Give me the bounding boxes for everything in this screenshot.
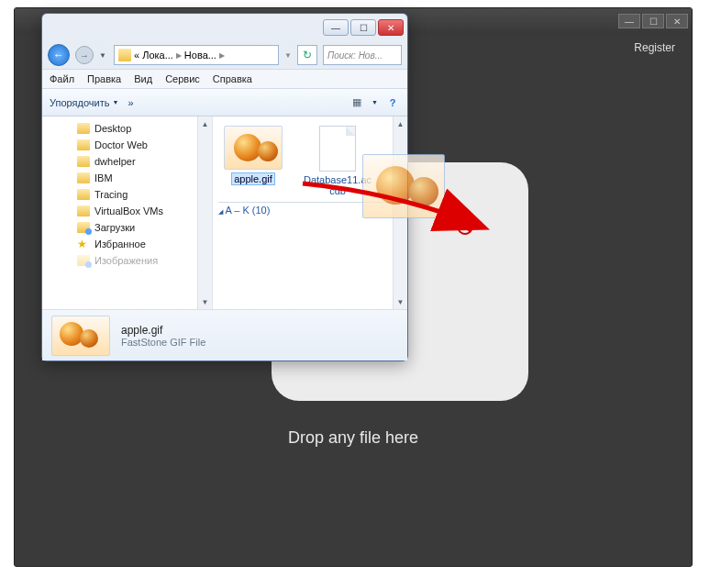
toolbar: Упорядочить ▼ » ▦ ▼ ? (42, 89, 407, 116)
views-dropdown[interactable]: ▼ (372, 99, 378, 105)
tree-label: Doctor Web (94, 139, 148, 150)
chevron-right-icon[interactable]: ▶ (219, 51, 225, 60)
tree-item[interactable]: ★Избранное (44, 236, 210, 252)
tree-item[interactable]: dwhelper (44, 153, 210, 170)
details-pane: apple.gif FastStone GIF File (42, 309, 407, 361)
document-icon (319, 126, 356, 172)
tree-label: VirtualBox VMs (94, 205, 163, 216)
tree-label: dwhelper (94, 156, 136, 167)
drag-ghost (358, 154, 449, 226)
tree-item[interactable]: VirtualBox VMs (44, 203, 210, 219)
tree-label: Изображения (94, 255, 158, 266)
menu-file[interactable]: Файл (50, 73, 74, 84)
breadcrumb-segment[interactable]: Нова... (184, 50, 216, 61)
address-dropdown[interactable]: ▼ (284, 51, 292, 60)
file-item-apple[interactable]: apple.gif (218, 126, 288, 196)
menu-service[interactable]: Сервис (165, 73, 200, 84)
refresh-button[interactable]: ↻ (297, 45, 317, 65)
file-label: apple.gif (231, 172, 275, 185)
tree-item[interactable]: Doctor Web (44, 137, 210, 153)
details-thumbnail (51, 316, 110, 356)
help-button[interactable]: ? (385, 95, 400, 110)
scroll-down-icon[interactable]: ▼ (198, 294, 212, 309)
bg-maximize-button[interactable]: ☐ (642, 14, 664, 28)
star-icon: ★ (77, 238, 90, 250)
folder-icon (77, 205, 90, 216)
tree-label: Избранное (94, 239, 146, 250)
nav-forward-button[interactable]: → (75, 46, 94, 64)
menu-edit[interactable]: Правка (87, 73, 121, 84)
tree-label: Desktop (94, 123, 131, 134)
organize-button[interactable]: Упорядочить ▼ (50, 97, 118, 108)
explorer-maximize-button[interactable]: ☐ (350, 19, 376, 36)
collapse-icon: ◢ (218, 208, 223, 215)
image-thumbnail (224, 126, 283, 170)
tree-item[interactable]: Desktop (44, 120, 210, 137)
menu-view[interactable]: Вид (134, 73, 152, 84)
nav-back-button[interactable]: ← (48, 44, 70, 66)
address-bar-row: ← → ▼ « Лока... ▶ Нова... ▶ ▼ ↻ Поиск: Н… (42, 41, 407, 69)
scroll-up-icon[interactable]: ▲ (394, 116, 407, 131)
menu-bar: Файл Правка Вид Сервис Справка (42, 69, 407, 89)
drop-zone-label: Drop any file here (15, 428, 692, 448)
tree-label: Tracing (94, 189, 128, 200)
chevron-right-icon[interactable]: ▶ (176, 51, 182, 60)
folder-tree[interactable]: Desktop Doctor Web dwhelper IBM Tracing … (42, 116, 213, 309)
search-input[interactable]: Поиск: Нов... (323, 45, 402, 65)
details-filename: apple.gif (121, 324, 205, 337)
views-button[interactable]: ▦ (349, 95, 364, 110)
tree-label: Загрузки (94, 222, 135, 233)
organize-label: Упорядочить (50, 97, 109, 108)
breadcrumb-segment[interactable]: « Лока... (134, 50, 173, 61)
register-link[interactable]: Register (634, 41, 675, 54)
tree-item[interactable]: Tracing (44, 186, 210, 203)
folder-icon (77, 156, 90, 167)
bg-minimize-button[interactable]: — (618, 14, 640, 28)
menu-help[interactable]: Справка (213, 73, 252, 84)
scroll-down-icon[interactable]: ▼ (394, 294, 407, 309)
folder-icon (77, 189, 90, 200)
scroll-up-icon[interactable]: ▲ (198, 116, 212, 131)
tree-item[interactable]: IBM (44, 170, 210, 186)
bg-close-button[interactable]: ✕ (666, 14, 688, 28)
nav-history-dropdown[interactable]: ▼ (99, 51, 108, 60)
explorer-content: Desktop Doctor Web dwhelper IBM Tracing … (42, 116, 407, 309)
pictures-icon (77, 255, 90, 266)
details-filetype: FastStone GIF File (121, 337, 205, 348)
toolbar-overflow[interactable]: » (128, 97, 133, 108)
group-label: A – K (10) (225, 205, 270, 216)
folder-icon (77, 139, 90, 150)
explorer-minimize-button[interactable]: — (323, 19, 349, 36)
tree-label: IBM (94, 172, 113, 183)
tree-item[interactable]: Изображения (44, 252, 210, 269)
explorer-close-button[interactable]: ✕ (378, 19, 404, 36)
downloads-icon (77, 222, 90, 233)
tree-item[interactable]: Загрузки (44, 219, 210, 236)
drag-thumbnail (362, 154, 445, 218)
chevron-down-icon: ▼ (112, 99, 118, 105)
folder-icon (77, 172, 90, 183)
explorer-titlebar[interactable]: — ☐ ✕ (42, 14, 407, 41)
tree-scrollbar[interactable]: ▲▼ (197, 116, 212, 309)
no-drop-icon (457, 218, 473, 235)
folder-icon (77, 123, 90, 134)
folder-icon (118, 49, 131, 61)
address-bar[interactable]: « Лока... ▶ Нова... ▶ (114, 45, 279, 65)
explorer-window: — ☐ ✕ ← → ▼ « Лока... ▶ Нова... ▶ ▼ ↻ По… (41, 13, 408, 361)
